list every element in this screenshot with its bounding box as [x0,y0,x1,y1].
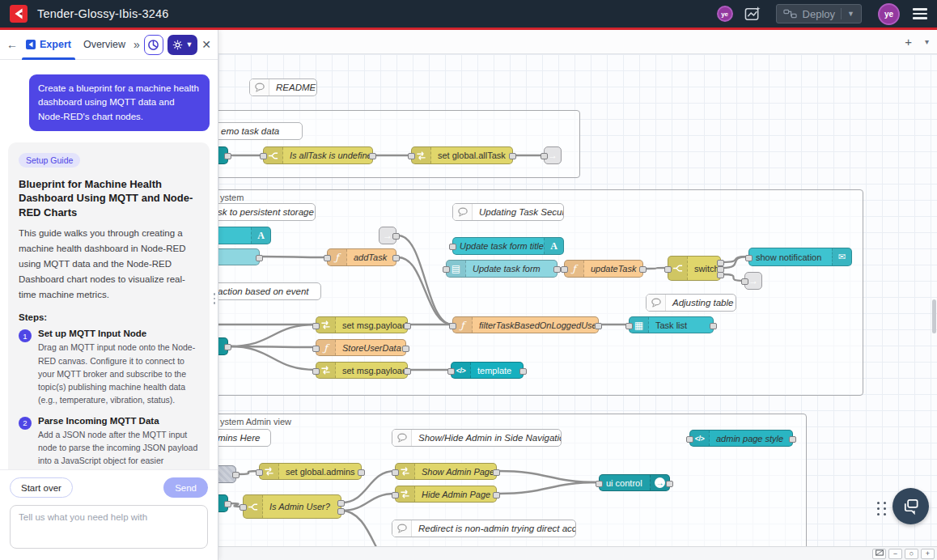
deploy-caret-icon[interactable]: ▼ [847,10,854,18]
node-link-2[interactable]: → [379,227,396,244]
output-port[interactable] [404,368,411,375]
node-is-alltask-undefined[interactable]: Is allTask is undefined [263,146,373,164]
output-port[interactable] [224,344,231,350]
node-set-global-alltask[interactable]: set global.allTask [411,146,513,164]
zoom-in-button[interactable]: + [921,549,935,559]
tab-expert[interactable]: Expert [22,30,75,60]
input-port[interactable] [408,153,415,159]
output-port[interactable] [519,368,527,375]
comment-demo-task-data[interactable]: emo task data [218,122,303,140]
flow-list-button[interactable]: ▾ [925,38,929,46]
zoom-out-button[interactable]: − [888,549,902,559]
comment-action-based-on-event[interactable]: action based on event [218,282,321,300]
node-set-msg-payload-1[interactable]: set msg.payload [316,316,408,333]
input-port[interactable] [260,153,267,159]
input-port[interactable] [745,255,753,261]
node-is-admin-user[interactable]: Is Admin User? [243,494,341,519]
node-link-out-1[interactable]: → [544,146,562,164]
output-port[interactable] [553,266,561,273]
node-set-msg-payload-2[interactable]: set msg.payload [316,362,408,379]
usage-chart-button[interactable] [144,35,163,55]
output-port[interactable] [232,472,240,478]
add-flow-button[interactable]: + [905,36,912,48]
node-form-title[interactable]: m titleA [218,227,271,244]
output-port[interactable] [717,260,724,266]
node-hide-admin-page[interactable]: Hide Admin Page [395,486,497,503]
zoom-reset-button[interactable]: ○ [905,549,918,559]
back-button[interactable]: ← [6,38,18,51]
node-admin-page-style[interactable]: </>admin page style [689,430,793,447]
input-port[interactable] [686,436,693,443]
input-port[interactable] [240,504,247,511]
tabs-overflow-button[interactable]: » [134,38,140,51]
input-port[interactable] [625,323,633,329]
node-stub-gray[interactable] [218,465,236,483]
input-port[interactable] [312,368,320,375]
output-port[interactable] [337,500,345,507]
input-port[interactable] [256,469,263,476]
output-port[interactable] [402,346,409,352]
assistant-icon[interactable] [744,6,761,23]
input-port[interactable] [447,368,455,375]
node-task-list[interactable]: ▦Task list [629,316,714,333]
comment-admins-here[interactable]: mins Here [218,429,271,447]
node-show-admin-page[interactable]: Show Admin Page [395,463,497,480]
comment-adjusting-table[interactable]: Adjusting table [646,294,736,312]
output-port[interactable] [404,323,411,329]
input-port[interactable] [664,266,672,273]
fab-drag-handle[interactable] [877,502,887,515]
input-port[interactable] [741,278,748,285]
node-storeuserdata[interactable]: ƒStoreUserData [316,339,406,356]
close-panel-button[interactable]: ✕ [201,38,211,51]
input-port[interactable] [312,323,320,329]
output-port[interactable] [392,255,400,261]
output-port[interactable] [358,469,365,476]
output-port[interactable] [717,272,724,278]
avatar-small[interactable]: ye [717,6,733,22]
node-switch[interactable]: switch [668,256,721,281]
node-show-notification[interactable]: show notification✉ [748,248,852,266]
panel-resize-handle[interactable] [214,293,216,304]
avatar-large[interactable]: ye [878,3,900,25]
comment-updating-task-securely[interactable]: Updating Task Securely [452,203,564,221]
output-port[interactable] [224,501,231,507]
output-port[interactable] [337,508,345,515]
main-menu-icon[interactable] [913,8,927,19]
assistant-chat-fab[interactable] [892,488,929,524]
input-port[interactable] [324,255,331,261]
output-port[interactable] [595,323,602,329]
output-port[interactable] [256,255,263,261]
output-port[interactable] [392,233,400,240]
node-ticket[interactable]: icket [218,248,260,265]
flow-canvas[interactable]: ystemystem Admin viewREADMEemo task data… [218,54,937,546]
output-port[interactable] [493,469,500,476]
navigator-toggle-button[interactable] [872,549,886,559]
tab-overview[interactable]: Overview [79,30,129,60]
canvas-vertical-scrollbar[interactable] [932,299,936,333]
chat-input[interactable] [10,505,208,549]
input-port[interactable] [449,244,456,250]
comment-show-hide-admin-nav[interactable]: Show/Hide Admin in Side Navigation [392,429,562,447]
output-port[interactable] [639,266,647,273]
node-update-task-form[interactable]: ▤Update task form [446,260,558,278]
node-stub-teal-1[interactable] [218,146,228,164]
input-port[interactable] [392,492,399,498]
input-port[interactable] [449,323,456,329]
output-port[interactable] [369,153,376,159]
output-port[interactable] [710,323,717,329]
input-port[interactable] [561,266,568,273]
node-link-out-2[interactable]: → [744,272,762,290]
chat-scroll-area[interactable]: Create a blueprint for a machine health … [0,60,218,469]
node-updatetask[interactable]: ƒupdateTask [564,260,643,278]
output-port[interactable] [789,436,796,443]
node-update-task-form-title[interactable]: Update task form titleA [452,237,564,255]
input-port[interactable] [392,469,399,476]
input-port[interactable] [541,153,548,159]
node-stub-teal-2[interactable] [218,337,228,355]
input-port[interactable] [596,481,603,487]
comment-redirect-non-admin[interactable]: Redirect is non-admin trying direct acce… [392,520,576,537]
app-logo[interactable] [10,5,28,23]
output-port[interactable] [493,492,500,498]
group-demo-task-data[interactable] [218,110,580,178]
start-over-button[interactable]: Start over [10,477,73,498]
